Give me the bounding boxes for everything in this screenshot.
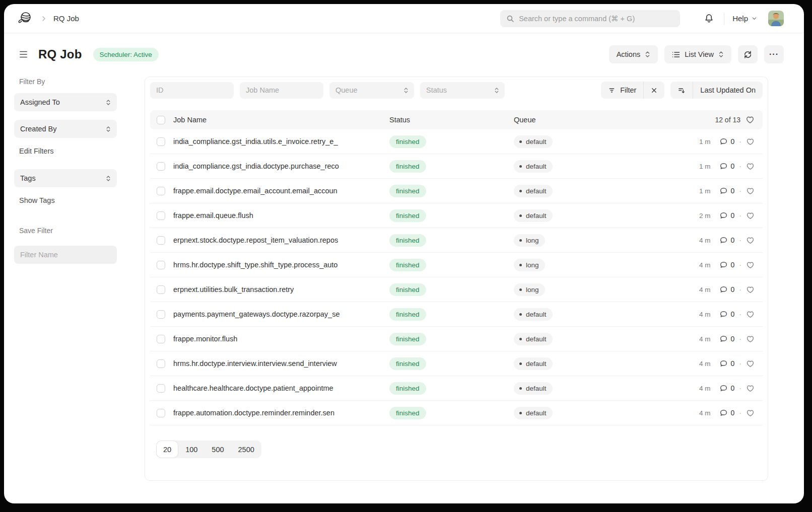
row-checkbox[interactable] [157,409,165,417]
heart-icon [746,236,755,245]
like-button[interactable] [746,162,755,171]
help-menu[interactable]: Help [732,14,757,23]
page-size-100[interactable]: 100 [178,441,205,458]
job-name-cell[interactable]: erpnext.utilities.bulk_transaction.retry [173,285,389,294]
like-button[interactable] [746,211,755,220]
table-row[interactable]: india_compliance.gst_india.utils.e_invoi… [150,129,763,154]
sort-field-button[interactable]: Last Updated On [693,82,763,99]
column-status[interactable]: Status [389,116,514,124]
comments-indicator[interactable]: 0 [719,187,735,195]
row-checkbox[interactable] [157,211,165,220]
search-input[interactable] [519,15,674,23]
job-name-cell[interactable]: payments.payment_gateways.doctype.razorp… [173,310,389,318]
comments-indicator[interactable]: 0 [719,137,735,146]
table-row[interactable]: frappe.email.queue.flush finished defaul… [150,203,763,228]
view-switcher-button[interactable]: List View [664,45,731,63]
job-name-cell[interactable]: frappe.email.doctype.email_account.email… [173,187,389,195]
row-checkbox[interactable] [157,236,165,245]
row-checkbox[interactable] [157,261,165,269]
table-row[interactable]: erpnext.stock.doctype.repost_item_valuat… [150,228,763,253]
job-name-cell[interactable]: frappe.automation.doctype.reminder.remin… [173,409,389,417]
comments-indicator[interactable]: 0 [719,261,735,269]
row-checkbox[interactable] [157,310,165,319]
comments-indicator[interactable]: 0 [719,162,735,171]
like-button[interactable] [746,236,755,245]
comment-count: 0 [731,211,735,220]
table-row[interactable]: frappe.monitor.flush finished default [150,327,763,351]
yarn-logo-icon[interactable] [15,11,33,27]
edit-filters-link[interactable]: Edit Filters [19,147,54,155]
tags-select[interactable]: Tags [14,169,117,187]
row-checkbox[interactable] [157,285,165,294]
like-button[interactable] [746,310,755,319]
like-button[interactable] [746,409,755,417]
row-checkbox[interactable] [157,162,165,171]
created-by-select[interactable]: Created By [14,120,117,138]
like-button[interactable] [746,261,755,269]
scheduler-status-badge: Scheduler: Active [93,48,159,61]
clear-filter-button[interactable] [644,82,664,99]
notifications-button[interactable] [702,12,716,25]
comments-indicator[interactable]: 0 [719,335,735,343]
filter-button[interactable]: Filter [601,82,643,99]
page-size-500[interactable]: 500 [205,441,231,458]
sort-direction-button[interactable] [670,82,693,99]
filter-name-input[interactable] [14,246,117,264]
job-name-cell[interactable]: india_compliance.gst_india.doctype.purch… [173,162,389,170]
job-name-cell[interactable]: healthcare.healthcare.doctype.patient_ap… [173,384,389,392]
table-row[interactable]: erpnext.utilities.bulk_transaction.retry… [150,277,763,302]
like-button[interactable] [746,137,755,146]
table-row[interactable]: healthcare.healthcare.doctype.patient_ap… [150,376,763,401]
job-name-cell[interactable]: erpnext.stock.doctype.repost_item_valuat… [173,236,389,244]
breadcrumb[interactable]: RQ Job [53,14,79,23]
like-button[interactable] [746,187,755,195]
row-checkbox[interactable] [157,335,165,343]
assigned-to-select[interactable]: Assigned To [14,93,117,111]
job-name-filter-input[interactable] [240,82,323,99]
table-row[interactable]: frappe.email.doctype.email_account.email… [150,179,763,203]
comments-indicator[interactable]: 0 [719,359,735,368]
select-all-checkbox[interactable] [157,116,165,124]
job-name-cell[interactable]: hrms.hr.doctype.interview.interview.send… [173,359,389,368]
actions-button[interactable]: Actions [609,45,658,63]
column-job-name[interactable]: Job Name [173,116,389,124]
job-name-cell[interactable]: hrms.hr.doctype.shift_type.shift_type.pr… [173,261,389,269]
like-button[interactable] [746,335,755,343]
comments-indicator[interactable]: 0 [719,409,735,417]
like-button[interactable] [746,384,755,393]
queue-filter-select[interactable]: Queue [329,82,414,99]
comments-indicator[interactable]: 0 [719,285,735,294]
comments-indicator[interactable]: 0 [719,384,735,393]
job-name-cell[interactable]: frappe.monitor.flush [173,335,389,343]
global-search[interactable] [500,10,680,27]
show-tags-link[interactable]: Show Tags [19,196,55,204]
table-row[interactable]: india_compliance.gst_india.doctype.purch… [150,154,763,179]
like-button[interactable] [746,359,755,368]
dot-separator: · [739,359,741,368]
column-queue[interactable]: Queue [514,116,677,124]
user-avatar[interactable] [768,11,784,26]
job-name-cell[interactable]: frappe.email.queue.flush [173,211,389,220]
row-checkbox[interactable] [157,359,165,368]
like-button[interactable] [746,285,755,294]
page-size-2500[interactable]: 2500 [231,441,261,458]
comments-indicator[interactable]: 0 [719,236,735,245]
job-name-cell[interactable]: india_compliance.gst_india.utils.e_invoi… [173,137,389,145]
status-filter-select[interactable]: Status [420,82,505,99]
queue-badge: default [514,357,553,370]
table-row[interactable]: frappe.automation.doctype.reminder.remin… [150,401,763,425]
row-checkbox[interactable] [157,137,165,146]
liked-filter-button[interactable] [746,115,755,124]
comments-indicator[interactable]: 0 [719,211,735,220]
table-row[interactable]: payments.payment_gateways.doctype.razorp… [150,302,763,327]
comments-indicator[interactable]: 0 [719,310,735,319]
row-checkbox[interactable] [157,187,165,195]
more-options-button[interactable]: ··· [764,45,784,63]
refresh-button[interactable] [738,45,758,63]
table-row[interactable]: hrms.hr.doctype.shift_type.shift_type.pr… [150,253,763,277]
page-size-20[interactable]: 20 [156,441,178,458]
table-row[interactable]: hrms.hr.doctype.interview.interview.send… [150,351,763,376]
row-checkbox[interactable] [157,384,165,393]
id-filter-input[interactable] [150,82,234,99]
sidebar-toggle-button[interactable] [18,49,31,60]
